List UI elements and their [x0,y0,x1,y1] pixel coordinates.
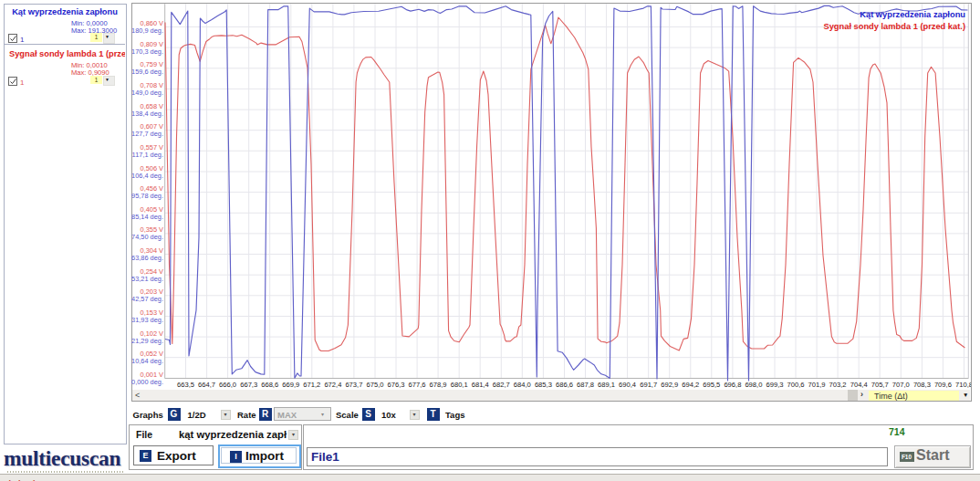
svg-text:42,57 deg.: 42,57 deg. [131,295,163,303]
svg-text:705,7: 705,7 [871,381,889,389]
svg-text:684,0: 684,0 [514,381,531,389]
svg-text:668,6: 668,6 [261,381,278,389]
svg-text:10,64 deg.: 10,64 deg. [131,357,163,365]
svg-text:675,0: 675,0 [366,381,383,389]
svg-text:Sygnał sondy lambda 1 (przed k: Sygnał sondy lambda 1 (przed kat.) [823,22,965,31]
svg-text:689,1: 689,1 [598,381,615,389]
svg-text:666,0: 666,0 [219,381,236,389]
svg-text:676,3: 676,3 [387,381,404,389]
svg-text:687,8: 687,8 [577,381,594,389]
svg-text:692,9: 692,9 [661,381,678,389]
svg-text:669,9: 669,9 [282,381,299,389]
svg-text:672,4: 672,4 [324,381,341,389]
svg-text:700,6: 700,6 [787,381,804,389]
svg-text:63,86 deg.: 63,86 deg. [131,254,163,262]
svg-text:685,3: 685,3 [535,381,552,389]
svg-text:680,1: 680,1 [451,381,468,389]
svg-text:677,6: 677,6 [409,381,426,389]
svg-text:678,9: 678,9 [430,381,447,389]
svg-text:663,5: 663,5 [177,381,194,389]
svg-text:699,3: 699,3 [766,381,783,389]
svg-text:681,4: 681,4 [472,381,489,389]
svg-text:694,2: 694,2 [682,381,699,389]
svg-text:159,6 deg.: 159,6 deg. [131,68,163,76]
svg-text:149,0 deg.: 149,0 deg. [131,89,163,97]
svg-text:180,9 deg.: 180,9 deg. [131,26,163,35]
svg-text:Kąt wyprzedzenia zapłonu: Kąt wyprzedzenia zapłonu [860,10,965,19]
svg-text:709,6: 709,6 [934,381,952,389]
svg-text:138,4 deg.: 138,4 deg. [131,110,163,118]
svg-text:691,7: 691,7 [640,381,657,389]
svg-text:682,7: 682,7 [493,381,510,389]
svg-text:707,0: 707,0 [892,381,910,389]
svg-text:708,3: 708,3 [913,381,931,389]
svg-text:127,7 deg.: 127,7 deg. [131,130,163,138]
svg-text:74,50 deg.: 74,50 deg. [131,233,163,241]
svg-text:170,3 deg.: 170,3 deg. [131,47,163,56]
svg-text:0,000 deg.: 0,000 deg. [131,378,163,386]
svg-text:698,0: 698,0 [745,381,762,389]
svg-text:704,4: 704,4 [850,381,868,389]
svg-text:31,93 deg.: 31,93 deg. [131,316,163,324]
svg-text:686,6: 686,6 [556,381,573,389]
svg-text:106,4 deg.: 106,4 deg. [131,172,163,180]
svg-text:696,8: 696,8 [724,381,741,389]
svg-text:95,78 deg.: 95,78 deg. [131,192,163,200]
svg-text:117,1 deg.: 117,1 deg. [132,151,163,159]
svg-text:673,7: 673,7 [345,381,362,389]
svg-text:690,4: 690,4 [619,381,636,389]
svg-text:85,14 deg.: 85,14 deg. [131,213,163,221]
svg-text:671,2: 671,2 [303,381,320,389]
svg-text:667,3: 667,3 [240,381,257,389]
svg-text:695,5: 695,5 [703,381,720,389]
svg-text:701,9: 701,9 [808,381,826,389]
svg-text:53,21 deg.: 53,21 deg. [131,275,163,283]
svg-text:664,7: 664,7 [198,381,215,389]
svg-text:21,29 deg.: 21,29 deg. [131,337,163,345]
svg-text:703,2: 703,2 [829,381,847,389]
svg-text:710,8: 710,8 [955,381,971,389]
